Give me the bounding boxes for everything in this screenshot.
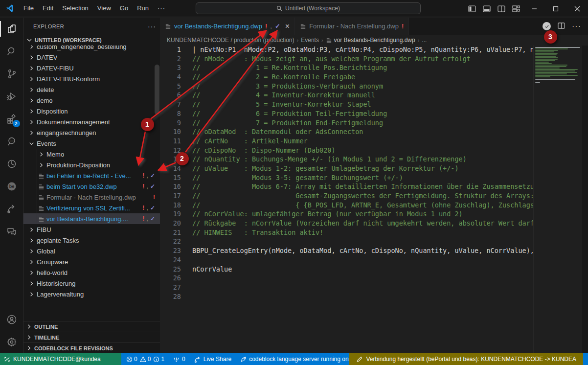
tree-folder-groupware[interactable]: Groupware: [23, 256, 160, 267]
tree-file-beim-start-von-be32-dwp[interactable]: beim Start von be32.dwp!,✓: [23, 181, 160, 192]
activity-source-control-icon[interactable]: [0, 63, 23, 85]
workspace-root-row[interactable]: UNTITLED (WORKSPACE): [23, 35, 160, 46]
split-editor-icon[interactable]: [494, 0, 509, 17]
section-outline[interactable]: OUTLINE: [23, 321, 160, 332]
activity-explorer-icon[interactable]: [0, 18, 23, 40]
activity-history-icon[interactable]: [0, 153, 23, 175]
line-text: // nMode : Modus zeigt an, aus welchem P…: [181, 55, 471, 64]
minimize-button[interactable]: [523, 0, 545, 17]
tab-close-icon[interactable]: ×: [285, 22, 290, 31]
tree-folder-historisierung[interactable]: Historisierung: [23, 278, 160, 289]
breadcrumb-segment[interactable]: vor Bestands-Berichtigung.dwp: [326, 37, 415, 44]
menu-item-edit[interactable]: Edit: [38, 2, 58, 15]
tree-folder-eingangsrechnungen[interactable]: eingangsrechnungen: [23, 127, 160, 138]
tree-file-verifizierung-von-ssl-zertifi[interactable]: Verifizierung von SSL Zertifi...!,✓: [23, 203, 160, 213]
tree-file-bei-fehler-in-be-recht-eve[interactable]: bei Fehler in be-Recht - Eve...!,✓: [23, 170, 160, 181]
language-server-status[interactable]: codeblock language server running on por…: [240, 356, 349, 363]
activity-extensions-icon[interactable]: 2: [0, 108, 23, 130]
tree-folder-demo[interactable]: demo: [23, 95, 160, 106]
breadcrumb-segment[interactable]: Events: [301, 37, 319, 44]
tree-folder-mocks[interactable]: mocks: [23, 299, 160, 302]
ports-status[interactable]: 0: [173, 356, 185, 363]
tree-folder-lagerverwaltung[interactable]: Lagerverwaltung: [23, 289, 160, 299]
split-editor-action-icon[interactable]: [558, 22, 565, 31]
section-codeblock-file-revisions[interactable]: CODEBLOCK FILE REVISIONS: [23, 342, 160, 353]
sidebar-scrollbar[interactable]: [155, 65, 159, 114]
minimap-line: [535, 68, 560, 68]
error-icon: [126, 356, 133, 363]
file-icon: [37, 183, 45, 190]
menu-item-file[interactable]: File: [19, 2, 38, 15]
minimap-line: [535, 50, 558, 51]
line-text: // 1 = Re.Kontrolle Pos.Berichtigung: [181, 64, 387, 73]
workspace-search[interactable]: Untitled (Workspace): [196, 2, 421, 14]
activity-account-icon[interactable]: [0, 308, 23, 331]
activity-settings-icon[interactable]: [0, 331, 23, 353]
toggle-panel-icon[interactable]: [479, 0, 494, 17]
activity-comments-icon[interactable]: [0, 220, 23, 243]
menu-bar: FileEditSelectionViewGoRun···: [19, 2, 170, 15]
line-number: 10: [160, 128, 181, 137]
breadcrumb-segment[interactable]: KUNDENMATCHCODE / production (production…: [167, 37, 294, 44]
activity-run-and-debug-icon[interactable]: [0, 85, 23, 108]
tree-item-label: FIBU: [37, 226, 51, 233]
tree-folder-memo[interactable]: Memo: [23, 149, 160, 160]
tree-folder-geplante-tasks[interactable]: geplante Tasks: [23, 235, 160, 246]
menu-item-go[interactable]: Go: [115, 2, 133, 15]
code-editor[interactable]: 1| nEvtNo:P1, nMode:P2, oDataMod:P3, cAr…: [160, 46, 533, 353]
editor-scrollbar[interactable]: [582, 46, 588, 353]
tab-vor-bestands-berichtigung-dwp[interactable]: vor Bestands-Berichtigung.dwp!,✓×: [160, 18, 295, 35]
tree-folder-dokumentenmanagement[interactable]: Dokumentenmanagement: [23, 116, 160, 127]
activity-be-search-icon[interactable]: be: [0, 130, 23, 153]
menu-item-view[interactable]: View: [93, 2, 115, 15]
customize-layout-icon[interactable]: [509, 0, 523, 17]
explorer-more-button[interactable]: ···: [148, 23, 156, 30]
tab-decoration-comma: ,: [270, 23, 272, 30]
tree-item-label: vor Bestands-Berichtigung....: [46, 215, 128, 223]
workspace-search-label: Untitled (Workspace): [285, 5, 340, 12]
live-share-status[interactable]: Live Share: [194, 356, 231, 363]
tree-folder-events[interactable]: Events: [23, 138, 160, 149]
tree-folder-fibu[interactable]: FIBU: [23, 224, 160, 235]
tree-folder-delete[interactable]: delete: [23, 84, 160, 95]
tree-folder-global[interactable]: Global: [23, 246, 160, 256]
line-text: // cDispoNo : Dispo-Nummer (Dab020): [181, 146, 336, 156]
menu-item-selection[interactable]: Selection: [58, 2, 92, 15]
remote-indicator[interactable]: KUNDENMATCHCODE@kundea: [0, 353, 121, 365]
toggle-sidebar-icon[interactable]: [465, 0, 479, 17]
extensions-badge: 2: [13, 120, 20, 127]
check-decoration: ✓: [150, 205, 155, 211]
tab-bar: vor Bestands-Berichtigung.dwp!,✓×Formula…: [160, 18, 588, 35]
problems-status[interactable]: 0 0 1: [126, 356, 164, 363]
maximize-button[interactable]: [545, 0, 566, 17]
breadcrumb-segment[interactable]: ...: [422, 37, 427, 44]
tree-folder-datev-fibu[interactable]: DATEV-FIBU: [23, 63, 160, 73]
tree-folder-disposition[interactable]: Disposition: [23, 106, 160, 116]
activity-share-icon[interactable]: [0, 198, 23, 220]
tree-item-label: delete: [37, 86, 54, 93]
close-button[interactable]: [566, 0, 588, 17]
tree-folder-produktion-disposition[interactable]: Produktion-Disposition: [23, 160, 160, 170]
activity-be-logo-icon[interactable]: be: [0, 175, 23, 198]
tree-folder-hello-world[interactable]: hello-world: [23, 267, 160, 278]
menu-item-[interactable]: ···: [153, 2, 170, 15]
tab-formular-nach-erstellung-dwp[interactable]: Formular - Nach Erstellung.dwp!: [295, 18, 409, 35]
breadcrumb-label: Events: [301, 37, 319, 44]
minimap[interactable]: [533, 46, 582, 353]
check-action-icon[interactable]: [543, 22, 551, 30]
menu-item-run[interactable]: Run: [133, 2, 153, 15]
more-actions-button[interactable]: ···: [572, 22, 581, 31]
minimap-line: [535, 51, 554, 52]
chevron-right-icon: [27, 118, 35, 126]
code-line: 10// oDataMod : Datenmodul oder AdsConne…: [160, 128, 533, 137]
tree-folder-datev[interactable]: DATEV: [23, 52, 160, 63]
tree-folder-custom-eingehende-bestellung[interactable]: custom_eingehende_bestellung: [23, 46, 160, 52]
activity-search-icon[interactable]: [0, 40, 23, 63]
section-timeline[interactable]: TIMELINE: [23, 332, 160, 342]
tree-file-vor-bestands-berichtigung[interactable]: vor Bestands-Berichtigung....!,✓: [23, 213, 160, 224]
code-line: 15// Modus 3-5: gesamter Buchungswert (+…: [160, 174, 533, 183]
tree-folder-datev-fibu-konform[interactable]: DATEV-FIBU-Konform: [23, 73, 160, 84]
tree-file-formular-nach-erstellung-dwp[interactable]: Formular - Nach Erstellung.dwp!: [23, 192, 160, 203]
section-label: OUTLINE: [34, 324, 58, 330]
connection-status[interactable]: Verbindung hergestellt (bePortal und bea…: [349, 353, 583, 365]
